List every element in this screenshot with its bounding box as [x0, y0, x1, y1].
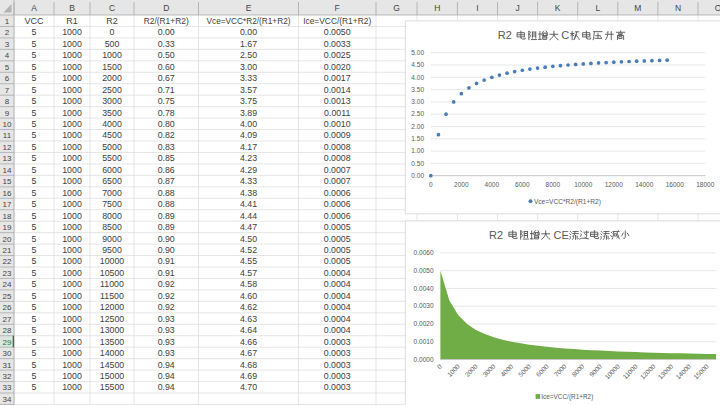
svg-text:14: 14 — [3, 166, 12, 175]
svg-text:1000: 1000 — [62, 337, 82, 347]
svg-text:4.66: 4.66 — [240, 337, 257, 347]
svg-text:1000: 1000 — [62, 245, 82, 255]
svg-text:1000: 1000 — [62, 85, 82, 95]
svg-text:O: O — [715, 3, 720, 13]
svg-text:0.0017: 0.0017 — [324, 73, 351, 83]
svg-text:24: 24 — [3, 280, 12, 289]
svg-text:0.91: 0.91 — [158, 256, 175, 266]
svg-text:0.0003: 0.0003 — [324, 337, 351, 347]
svg-text:4.67: 4.67 — [240, 348, 257, 358]
svg-text:6500: 6500 — [102, 176, 122, 186]
svg-text:0.0050: 0.0050 — [324, 27, 351, 37]
svg-text:4000: 4000 — [102, 119, 122, 129]
svg-text:D: D — [163, 3, 169, 13]
svg-text:0.67: 0.67 — [158, 73, 175, 83]
svg-text:0.85: 0.85 — [158, 153, 175, 163]
svg-text:0.00: 0.00 — [411, 172, 424, 179]
svg-text:8000: 8000 — [546, 181, 561, 188]
svg-text:0.0060: 0.0060 — [414, 249, 434, 256]
svg-text:4.68: 4.68 — [240, 360, 257, 370]
svg-text:10000: 10000 — [574, 181, 592, 188]
svg-text:12000: 12000 — [605, 181, 623, 188]
svg-text:0.0020: 0.0020 — [324, 62, 351, 72]
svg-text:5: 5 — [32, 245, 37, 255]
svg-text:26: 26 — [3, 303, 12, 312]
svg-text:C: C — [109, 3, 115, 13]
svg-text:11500: 11500 — [100, 291, 124, 301]
svg-text:500: 500 — [105, 39, 120, 49]
svg-text:0.0005: 0.0005 — [324, 256, 351, 266]
svg-text:4.63: 4.63 — [240, 314, 257, 324]
svg-text:1000: 1000 — [62, 153, 82, 163]
svg-text:1000: 1000 — [62, 211, 82, 221]
svg-text:E: E — [246, 3, 252, 13]
svg-text:1000: 1000 — [62, 142, 82, 152]
svg-text:0.92: 0.92 — [158, 279, 175, 289]
svg-text:11000: 11000 — [100, 279, 124, 289]
svg-text:5: 5 — [32, 176, 37, 186]
svg-text:9000: 9000 — [102, 234, 122, 244]
svg-text:0.92: 0.92 — [158, 291, 175, 301]
svg-text:5: 5 — [32, 371, 37, 381]
svg-text:0.78: 0.78 — [158, 108, 175, 118]
svg-text:15500: 15500 — [100, 382, 125, 392]
svg-text:14500: 14500 — [100, 360, 125, 370]
svg-text:1000: 1000 — [62, 165, 82, 175]
svg-text:3.00: 3.00 — [411, 98, 424, 105]
svg-text:0.0007: 0.0007 — [324, 176, 351, 186]
svg-text:1.50: 1.50 — [411, 135, 424, 142]
svg-text:25: 25 — [3, 292, 12, 301]
svg-text:1000: 1000 — [62, 371, 82, 381]
svg-text:0.0033: 0.0033 — [324, 39, 351, 49]
svg-text:5: 5 — [32, 188, 37, 198]
svg-text:1000: 1000 — [62, 176, 82, 186]
svg-text:1000: 1000 — [102, 50, 122, 60]
svg-text:0.0040: 0.0040 — [414, 285, 434, 292]
svg-text:1000: 1000 — [62, 96, 82, 106]
svg-text:5: 5 — [32, 211, 37, 221]
svg-text:32: 32 — [3, 372, 12, 381]
svg-text:5: 5 — [32, 199, 37, 209]
svg-text:23: 23 — [3, 269, 12, 278]
svg-text:3: 3 — [5, 40, 10, 49]
svg-text:0.0010: 0.0010 — [324, 119, 351, 129]
svg-text:4.47: 4.47 — [240, 222, 257, 232]
svg-text:5: 5 — [32, 27, 37, 37]
svg-text:17: 17 — [3, 200, 12, 209]
svg-text:4.41: 4.41 — [240, 199, 257, 209]
svg-text:6000: 6000 — [515, 181, 530, 188]
svg-text:7000: 7000 — [102, 188, 122, 198]
svg-text:2.50: 2.50 — [411, 110, 424, 117]
svg-text:0.90: 0.90 — [158, 234, 175, 244]
svg-text:1000: 1000 — [62, 302, 82, 312]
svg-text:11: 11 — [3, 131, 12, 140]
svg-text:1000: 1000 — [62, 50, 82, 60]
svg-text:0.0011: 0.0011 — [324, 108, 350, 118]
svg-text:4.00: 4.00 — [411, 74, 424, 81]
svg-text:0.00: 0.00 — [240, 27, 257, 37]
svg-text:0.0004: 0.0004 — [324, 325, 351, 335]
svg-text:1.00: 1.00 — [411, 147, 424, 154]
svg-text:3.33: 3.33 — [240, 73, 257, 83]
svg-text:0.0003: 0.0003 — [324, 371, 351, 381]
svg-text:0.0003: 0.0003 — [324, 348, 351, 358]
svg-text:10: 10 — [3, 120, 12, 129]
svg-text:R2: R2 — [498, 29, 512, 41]
svg-text:28: 28 — [3, 326, 12, 335]
svg-text:0.0004: 0.0004 — [324, 279, 351, 289]
svg-text:4.23: 4.23 — [240, 153, 257, 163]
svg-text:0.71: 0.71 — [158, 85, 175, 95]
svg-text:4000: 4000 — [485, 181, 500, 188]
svg-text:2.50: 2.50 — [240, 50, 257, 60]
svg-text:B: B — [69, 3, 75, 13]
svg-text:2500: 2500 — [102, 85, 122, 95]
svg-text:0.0006: 0.0006 — [324, 188, 351, 198]
svg-text:3000: 3000 — [102, 96, 122, 106]
svg-text:0.82: 0.82 — [158, 130, 175, 140]
svg-text:5: 5 — [32, 360, 37, 370]
svg-text:0.89: 0.89 — [158, 222, 175, 232]
svg-text:12500: 12500 — [100, 314, 125, 324]
svg-text:7500: 7500 — [102, 199, 122, 209]
svg-text:0.83: 0.83 — [158, 142, 175, 152]
svg-text:1000: 1000 — [62, 314, 82, 324]
